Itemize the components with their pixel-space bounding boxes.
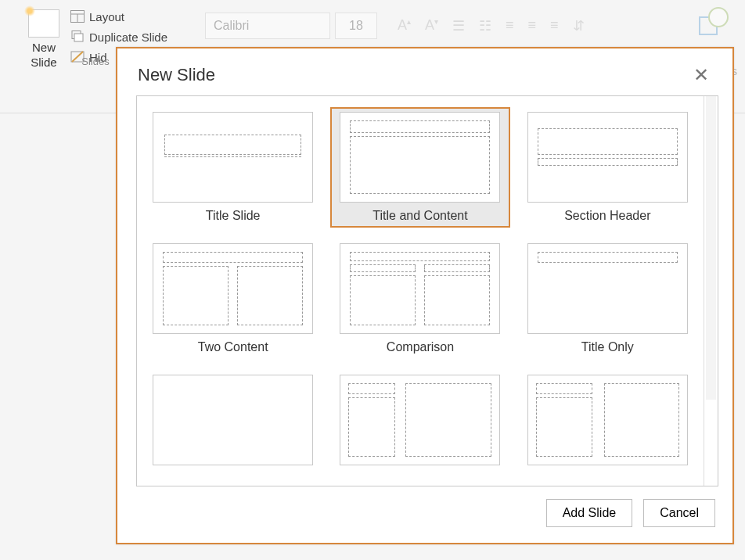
layout-label: Two Content bbox=[198, 340, 268, 354]
layout-thumb bbox=[527, 112, 688, 203]
dialog-footer: Add Slide Cancel bbox=[117, 486, 732, 543]
layout-label: Title Slide bbox=[206, 209, 261, 223]
dialog-title: New Slide bbox=[138, 65, 215, 85]
layout-two-content[interactable]: Two Content bbox=[145, 240, 321, 357]
scrollbar[interactable] bbox=[704, 96, 718, 486]
layout-thumb bbox=[340, 375, 500, 465]
new-slide-dialog: New Slide ✕ Title Slide bbox=[116, 47, 734, 544]
layouts-scroll[interactable]: Title Slide Title and Content bbox=[137, 96, 704, 486]
layout-title-only[interactable]: Title Only bbox=[520, 240, 696, 357]
add-slide-button[interactable]: Add Slide bbox=[546, 499, 633, 527]
layout-thumb bbox=[340, 112, 500, 203]
modal-scrim: New Slide ✕ Title Slide bbox=[0, 0, 745, 560]
layout-thumb bbox=[527, 375, 688, 465]
layout-thumb bbox=[153, 375, 313, 465]
layout-thumb bbox=[153, 243, 313, 334]
dialog-body: Title Slide Title and Content bbox=[136, 95, 718, 486]
layout-picture-caption[interactable] bbox=[520, 372, 696, 475]
close-icon[interactable]: ✕ bbox=[690, 64, 712, 86]
layout-section-header[interactable]: Section Header bbox=[520, 109, 696, 226]
layout-title-slide[interactable]: Title Slide bbox=[145, 109, 321, 226]
layout-thumb bbox=[527, 243, 688, 334]
layout-blank[interactable] bbox=[145, 372, 321, 475]
layout-label: Title Only bbox=[581, 340, 634, 354]
layout-label: Comparison bbox=[387, 340, 454, 354]
layout-label: Section Header bbox=[564, 209, 650, 223]
layout-title-and-content[interactable]: Title and Content bbox=[332, 109, 508, 226]
layout-grid: Title Slide Title and Content bbox=[145, 109, 696, 475]
dialog-header: New Slide ✕ bbox=[117, 48, 732, 95]
scrollbar-thumb[interactable] bbox=[706, 96, 716, 400]
cancel-button[interactable]: Cancel bbox=[643, 499, 715, 527]
layout-label: Title and Content bbox=[372, 209, 467, 223]
layout-thumb bbox=[340, 243, 500, 334]
layout-thumb bbox=[153, 112, 313, 203]
layout-comparison[interactable]: Comparison bbox=[332, 240, 508, 357]
layout-content-caption[interactable] bbox=[332, 372, 508, 475]
